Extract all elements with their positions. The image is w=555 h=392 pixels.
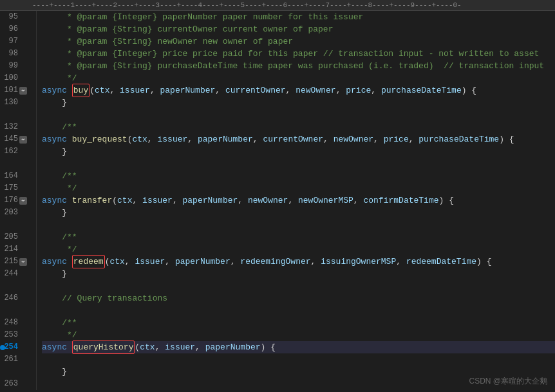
line-number: 263 xyxy=(0,378,31,390)
code-line: */ xyxy=(42,72,555,84)
code-line: } xyxy=(42,145,555,158)
line-number: 176↚ xyxy=(0,194,31,207)
code-line: */ xyxy=(42,182,555,194)
code-line: } xyxy=(42,207,555,219)
line-number: 145↚ xyxy=(0,133,31,145)
ruler-text: ----+----1----+----2----+----3----+----4… xyxy=(32,1,462,9)
line-number: 253 xyxy=(0,329,31,341)
line-number: 101↚ xyxy=(0,84,31,97)
line-number: 248 xyxy=(0,317,31,329)
code-line: } xyxy=(42,268,555,280)
line-number xyxy=(0,109,31,121)
code-line: * @param {String} currentOwner current o… xyxy=(42,23,555,35)
code-line: async buy(ctx, issuer, paperNumber, curr… xyxy=(42,84,555,97)
line-number: 205 xyxy=(0,231,31,243)
code-line xyxy=(42,109,555,121)
code-line: /** xyxy=(42,317,555,329)
line-number xyxy=(0,366,31,378)
line-number: 99 xyxy=(0,60,31,72)
code-line: */ xyxy=(42,243,555,256)
line-number: 164 xyxy=(0,170,31,182)
fold-icon[interactable]: ↚ xyxy=(19,87,27,95)
code-line: async transfer(ctx, issuer, paperNumber,… xyxy=(42,194,555,207)
code-line xyxy=(42,219,555,231)
code-line: /** xyxy=(42,231,555,243)
line-number: 246 xyxy=(0,292,31,304)
line-number xyxy=(0,280,31,292)
line-number: 175 xyxy=(0,182,31,194)
line-number: 162 xyxy=(0,145,31,158)
line-number xyxy=(0,158,31,170)
fold-icon[interactable]: ↚ xyxy=(19,136,27,144)
code-line xyxy=(42,353,555,366)
line-number: 254 xyxy=(0,341,31,353)
line-number xyxy=(0,304,31,317)
watermark: CSDN @寒暄的大企鹅 xyxy=(469,376,547,387)
code-line: async queryHistory(ctx, issuer, paperNum… xyxy=(42,341,555,353)
line-number: 130 xyxy=(0,97,31,109)
line-number: 244 xyxy=(0,268,31,280)
code-line: /** xyxy=(42,121,555,133)
code-area: 9596979899100101↚130132145↚162164175176↚… xyxy=(0,11,555,390)
ruler: ----+----1----+----2----+----3----+----4… xyxy=(0,0,555,11)
editor-container: ----+----1----+----2----+----3----+----4… xyxy=(0,0,555,392)
line-number: 95 xyxy=(0,11,31,23)
fold-icon[interactable]: ↚ xyxy=(19,197,27,205)
line-number: 97 xyxy=(0,35,31,48)
code-line: * @param {String} purchaseDateTime time … xyxy=(42,60,555,72)
line-number: 100 xyxy=(0,72,31,84)
code-lines: * @param {Integer} paperNumber paper num… xyxy=(37,11,555,390)
code-line: */ xyxy=(42,329,555,341)
line-number: 98 xyxy=(0,48,31,60)
line-number: 214 xyxy=(0,243,31,256)
line-number: 215↚ xyxy=(0,256,31,268)
line-number: 132 xyxy=(0,121,31,133)
line-number: 261 xyxy=(0,353,31,366)
code-line: } xyxy=(42,97,555,109)
code-line: * @param {Integer} price price paid for … xyxy=(42,48,555,60)
code-line: async redeem(ctx, issuer, paperNumber, r… xyxy=(42,256,555,268)
line-number: 96 xyxy=(0,23,31,35)
code-line xyxy=(42,280,555,292)
code-line xyxy=(42,304,555,317)
code-line: * @param {Integer} paperNumber paper num… xyxy=(42,11,555,23)
code-line: * @param {String} newOwner new owner of … xyxy=(42,35,555,48)
line-number xyxy=(0,219,31,231)
fold-icon[interactable]: ↚ xyxy=(19,258,27,266)
code-line: // Query transactions xyxy=(42,292,555,304)
code-line: async buy_request(ctx, issuer, paperNumb… xyxy=(42,133,555,145)
line-numbers: 9596979899100101↚130132145↚162164175176↚… xyxy=(0,11,37,390)
code-line: /** xyxy=(42,170,555,182)
line-number: 203 xyxy=(0,207,31,219)
code-line xyxy=(42,158,555,170)
